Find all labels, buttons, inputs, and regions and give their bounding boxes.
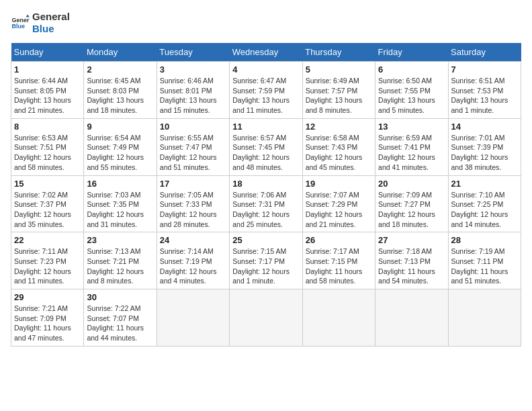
calendar-week-row: 22Sunrise: 7:11 AM Sunset: 7:23 PM Dayli… xyxy=(11,232,521,289)
weekday-header-thursday: Thursday xyxy=(302,43,375,62)
day-info: Sunrise: 6:44 AM Sunset: 8:05 PM Dayligh… xyxy=(14,76,81,116)
day-info: Sunrise: 7:03 AM Sunset: 7:35 PM Dayligh… xyxy=(87,190,153,230)
day-number: 29 xyxy=(14,292,81,302)
day-info: Sunrise: 7:07 AM Sunset: 7:29 PM Dayligh… xyxy=(306,190,372,230)
day-number: 17 xyxy=(160,179,226,189)
calendar-day-cell xyxy=(157,289,229,347)
calendar-day-cell: 15Sunrise: 7:02 AM Sunset: 7:37 PM Dayli… xyxy=(11,175,84,232)
day-number: 26 xyxy=(306,235,372,245)
day-number: 20 xyxy=(378,179,445,189)
logo-blue: Blue xyxy=(32,23,70,35)
day-number: 27 xyxy=(378,235,445,245)
weekday-header-friday: Friday xyxy=(375,43,448,62)
calendar-day-cell: 16Sunrise: 7:03 AM Sunset: 7:35 PM Dayli… xyxy=(84,175,157,232)
day-number: 12 xyxy=(306,122,372,132)
day-info: Sunrise: 6:53 AM Sunset: 7:51 PM Dayligh… xyxy=(14,133,81,173)
weekday-header-monday: Monday xyxy=(84,43,157,62)
day-info: Sunrise: 6:54 AM Sunset: 7:49 PM Dayligh… xyxy=(87,133,153,173)
day-info: Sunrise: 6:50 AM Sunset: 7:55 PM Dayligh… xyxy=(378,76,445,116)
logo: General Blue General Blue xyxy=(11,11,70,35)
day-number: 11 xyxy=(232,122,299,132)
weekday-header-tuesday: Tuesday xyxy=(157,43,229,62)
day-info: Sunrise: 7:09 AM Sunset: 7:27 PM Dayligh… xyxy=(378,190,445,230)
day-info: Sunrise: 7:01 AM Sunset: 7:39 PM Dayligh… xyxy=(451,133,518,173)
day-number: 2 xyxy=(87,64,153,75)
day-number: 18 xyxy=(232,179,299,189)
calendar-day-cell: 22Sunrise: 7:11 AM Sunset: 7:23 PM Dayli… xyxy=(11,232,84,289)
page-header: General Blue General Blue xyxy=(11,11,521,35)
day-number: 22 xyxy=(14,235,81,245)
day-info: Sunrise: 7:15 AM Sunset: 7:17 PM Dayligh… xyxy=(232,246,299,286)
day-number: 14 xyxy=(451,122,518,132)
weekday-header-wednesday: Wednesday xyxy=(230,43,302,62)
calendar-day-cell: 27Sunrise: 7:18 AM Sunset: 7:13 PM Dayli… xyxy=(375,232,448,289)
day-info: Sunrise: 6:59 AM Sunset: 7:41 PM Dayligh… xyxy=(378,133,445,173)
calendar-day-cell: 5Sunrise: 6:49 AM Sunset: 7:57 PM Daylig… xyxy=(302,62,375,119)
logo-general: General xyxy=(32,11,70,23)
day-info: Sunrise: 7:14 AM Sunset: 7:19 PM Dayligh… xyxy=(160,246,226,286)
weekday-header-sunday: Sunday xyxy=(11,43,84,62)
calendar-day-cell: 13Sunrise: 6:59 AM Sunset: 7:41 PM Dayli… xyxy=(375,118,448,175)
day-info: Sunrise: 6:58 AM Sunset: 7:43 PM Dayligh… xyxy=(306,133,372,173)
calendar-day-cell xyxy=(230,289,302,347)
day-info: Sunrise: 7:18 AM Sunset: 7:13 PM Dayligh… xyxy=(378,246,445,286)
calendar-day-cell: 9Sunrise: 6:54 AM Sunset: 7:49 PM Daylig… xyxy=(84,118,157,175)
day-number: 21 xyxy=(451,179,518,189)
day-number: 1 xyxy=(14,64,81,75)
weekday-header-saturday: Saturday xyxy=(448,43,521,62)
calendar-day-cell: 17Sunrise: 7:05 AM Sunset: 7:33 PM Dayli… xyxy=(157,175,229,232)
day-number: 7 xyxy=(451,64,518,75)
calendar-day-cell: 30Sunrise: 7:22 AM Sunset: 7:07 PM Dayli… xyxy=(84,289,157,347)
day-number: 13 xyxy=(378,122,445,132)
svg-marker-2 xyxy=(26,14,30,17)
day-info: Sunrise: 7:22 AM Sunset: 7:07 PM Dayligh… xyxy=(87,304,153,343)
calendar-day-cell: 2Sunrise: 6:45 AM Sunset: 8:03 PM Daylig… xyxy=(84,62,157,119)
calendar-day-cell: 7Sunrise: 6:51 AM Sunset: 7:53 PM Daylig… xyxy=(448,62,521,119)
calendar-day-cell: 21Sunrise: 7:10 AM Sunset: 7:25 PM Dayli… xyxy=(448,175,521,232)
svg-text:General: General xyxy=(11,17,30,24)
day-number: 5 xyxy=(306,64,372,75)
day-number: 28 xyxy=(451,235,518,245)
calendar-day-cell: 24Sunrise: 7:14 AM Sunset: 7:19 PM Dayli… xyxy=(157,232,229,289)
day-info: Sunrise: 7:21 AM Sunset: 7:09 PM Dayligh… xyxy=(14,304,81,343)
day-info: Sunrise: 6:51 AM Sunset: 7:53 PM Dayligh… xyxy=(451,76,518,116)
day-info: Sunrise: 7:02 AM Sunset: 7:37 PM Dayligh… xyxy=(14,190,81,230)
day-info: Sunrise: 7:10 AM Sunset: 7:25 PM Dayligh… xyxy=(451,190,518,230)
svg-text:Blue: Blue xyxy=(11,23,25,30)
day-info: Sunrise: 6:49 AM Sunset: 7:57 PM Dayligh… xyxy=(306,76,372,116)
calendar-day-cell: 1Sunrise: 6:44 AM Sunset: 8:05 PM Daylig… xyxy=(11,62,84,119)
calendar-table: SundayMondayTuesdayWednesdayThursdayFrid… xyxy=(11,43,521,347)
calendar-day-cell: 28Sunrise: 7:19 AM Sunset: 7:11 PM Dayli… xyxy=(448,232,521,289)
calendar-day-cell: 10Sunrise: 6:55 AM Sunset: 7:47 PM Dayli… xyxy=(157,118,229,175)
calendar-day-cell: 3Sunrise: 6:46 AM Sunset: 8:01 PM Daylig… xyxy=(157,62,229,119)
calendar-day-cell: 6Sunrise: 6:50 AM Sunset: 7:55 PM Daylig… xyxy=(375,62,448,119)
calendar-day-cell: 19Sunrise: 7:07 AM Sunset: 7:29 PM Dayli… xyxy=(302,175,375,232)
logo-icon: General Blue xyxy=(11,13,30,32)
calendar-day-cell: 12Sunrise: 6:58 AM Sunset: 7:43 PM Dayli… xyxy=(302,118,375,175)
day-number: 15 xyxy=(14,179,81,189)
calendar-day-cell xyxy=(375,289,448,347)
day-number: 10 xyxy=(160,122,226,132)
day-info: Sunrise: 6:55 AM Sunset: 7:47 PM Dayligh… xyxy=(160,133,226,173)
day-number: 16 xyxy=(87,179,153,189)
day-number: 6 xyxy=(378,64,445,75)
day-number: 19 xyxy=(306,179,372,189)
day-number: 8 xyxy=(14,122,81,132)
day-info: Sunrise: 6:57 AM Sunset: 7:45 PM Dayligh… xyxy=(232,133,299,173)
calendar-day-cell: 23Sunrise: 7:13 AM Sunset: 7:21 PM Dayli… xyxy=(84,232,157,289)
day-number: 3 xyxy=(160,64,226,75)
day-info: Sunrise: 7:11 AM Sunset: 7:23 PM Dayligh… xyxy=(14,246,81,286)
calendar-week-row: 29Sunrise: 7:21 AM Sunset: 7:09 PM Dayli… xyxy=(11,289,521,347)
calendar-day-cell xyxy=(302,289,375,347)
day-info: Sunrise: 7:19 AM Sunset: 7:11 PM Dayligh… xyxy=(451,246,518,286)
calendar-day-cell: 18Sunrise: 7:06 AM Sunset: 7:31 PM Dayli… xyxy=(230,175,302,232)
calendar-day-cell xyxy=(448,289,521,347)
day-info: Sunrise: 6:45 AM Sunset: 8:03 PM Dayligh… xyxy=(87,76,153,116)
calendar-day-cell: 25Sunrise: 7:15 AM Sunset: 7:17 PM Dayli… xyxy=(230,232,302,289)
calendar-day-cell: 20Sunrise: 7:09 AM Sunset: 7:27 PM Dayli… xyxy=(375,175,448,232)
calendar-day-cell: 11Sunrise: 6:57 AM Sunset: 7:45 PM Dayli… xyxy=(230,118,302,175)
day-number: 25 xyxy=(232,235,299,245)
day-info: Sunrise: 7:05 AM Sunset: 7:33 PM Dayligh… xyxy=(160,190,226,230)
calendar-week-row: 15Sunrise: 7:02 AM Sunset: 7:37 PM Dayli… xyxy=(11,175,521,232)
day-number: 24 xyxy=(160,235,226,245)
